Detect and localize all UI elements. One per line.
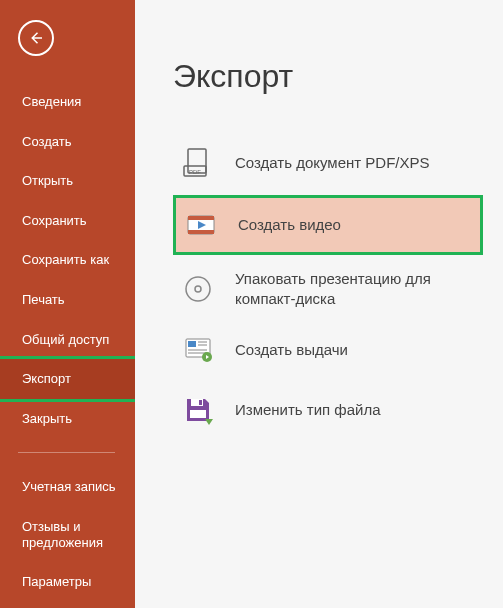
svg-rect-5 [188, 230, 214, 234]
sidebar-item-label: Отзывы и предложения [22, 519, 103, 550]
sidebar-item-share[interactable]: Общий доступ [0, 320, 135, 360]
pdfxps-icon: PDF [181, 146, 215, 180]
sidebar-item-export[interactable]: Экспорт [0, 359, 135, 399]
sidebar-item-label: Экспорт [22, 371, 71, 386]
sidebar-item-feedback[interactable]: Отзывы и предложения [0, 507, 135, 562]
sidebar-item-label: Закрыть [22, 411, 72, 426]
page-title: Экспорт [173, 58, 483, 95]
export-option-label: Создать видео [238, 215, 341, 235]
sidebar-item-label: Общий доступ [22, 332, 109, 347]
video-icon [184, 208, 218, 242]
export-option-pdfxps[interactable]: PDF Создать документ PDF/XPS [173, 135, 483, 191]
export-option-video[interactable]: Создать видео [173, 195, 483, 255]
sidebar-item-label: Сохранить [22, 213, 87, 228]
sidebar-item-options[interactable]: Параметры [0, 562, 135, 602]
sidebar-item-label: Сохранить как [22, 252, 109, 267]
svg-rect-18 [190, 410, 206, 418]
sidebar-item-close[interactable]: Закрыть [0, 399, 135, 439]
sidebar-item-label: Параметры [22, 574, 91, 589]
export-option-handouts[interactable]: Создать выдачи [173, 322, 483, 378]
save-icon [181, 393, 215, 427]
sidebar-item-open[interactable]: Открыть [0, 161, 135, 201]
sidebar-item-label: Учетная запись [22, 479, 116, 494]
svg-point-7 [186, 277, 210, 301]
sidebar-item-info[interactable]: Сведения [0, 82, 135, 122]
back-button[interactable] [18, 20, 54, 56]
svg-point-8 [195, 286, 201, 292]
export-option-changefiletype[interactable]: Изменить тип файла [173, 382, 483, 438]
export-panel: Экспорт PDF Создать документ PDF/XPS Соз… [135, 0, 503, 608]
svg-rect-4 [188, 216, 214, 220]
export-option-label: Создать выдачи [235, 340, 348, 360]
svg-text:PDF: PDF [189, 169, 201, 175]
cd-icon [181, 272, 215, 306]
export-option-label: Создать документ PDF/XPS [235, 153, 430, 173]
handouts-icon [181, 333, 215, 367]
sidebar-item-new[interactable]: Создать [0, 122, 135, 162]
export-option-label: Упаковать презентацию для компакт-диска [235, 269, 475, 308]
svg-marker-19 [205, 419, 213, 425]
sidebar-item-label: Печать [22, 292, 65, 307]
backstage-sidebar: Сведения Создать Открыть Сохранить Сохра… [0, 0, 135, 608]
svg-rect-17 [199, 400, 202, 405]
sidebar-item-save[interactable]: Сохранить [0, 201, 135, 241]
sidebar-item-print[interactable]: Печать [0, 280, 135, 320]
sidebar-item-label: Создать [22, 134, 71, 149]
sidebar-item-saveas[interactable]: Сохранить как [0, 240, 135, 280]
svg-rect-10 [188, 341, 196, 347]
export-option-label: Изменить тип файла [235, 400, 381, 420]
sidebar-item-label: Открыть [22, 173, 73, 188]
sidebar-item-label: Сведения [22, 94, 81, 109]
export-option-cd[interactable]: Упаковать презентацию для компакт-диска [173, 259, 483, 318]
back-arrow-icon [27, 29, 45, 47]
sidebar-item-account[interactable]: Учетная запись [0, 467, 135, 507]
sidebar-divider [18, 452, 115, 453]
